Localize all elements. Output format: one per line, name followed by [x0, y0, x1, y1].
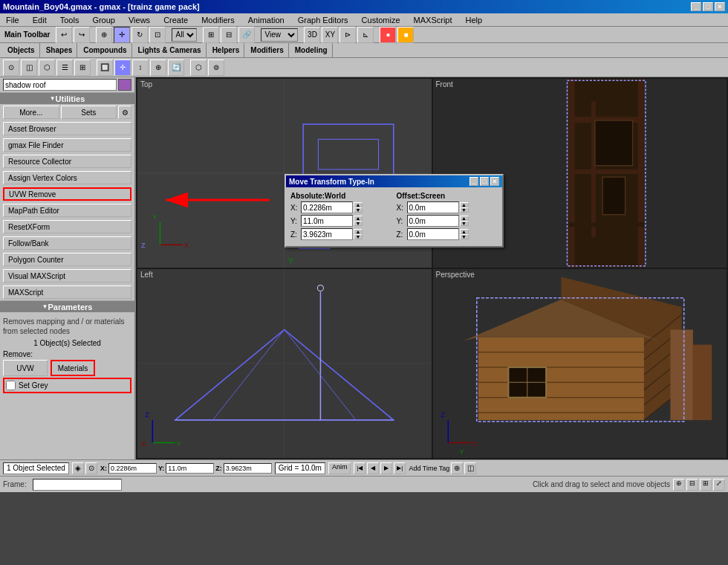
menu-views[interactable]: Views	[126, 16, 153, 25]
util-resetxform[interactable]: ResetXForm	[3, 220, 131, 233]
minimize-btn[interactable]: _	[691, 2, 701, 11]
maximize-btn[interactable]: □	[703, 2, 713, 11]
off-y-input[interactable]: 0.0m	[407, 215, 459, 227]
aux-icon1[interactable]: ⊙	[3, 59, 19, 76]
aux-icon5[interactable]: ⊞	[74, 59, 91, 76]
viewport-perspective[interactable]: Perspective	[433, 269, 727, 458]
off-x-input[interactable]: 0.0m	[407, 201, 459, 213]
time-tag-icon1[interactable]: ⊕	[451, 462, 463, 474]
aux-icon6[interactable]: 🔲	[97, 59, 113, 76]
off-z-spinner[interactable]: ▲ ▼	[460, 229, 469, 239]
z-coord-input[interactable]: 3.9623m	[224, 463, 272, 474]
abs-x-up[interactable]: ▲	[354, 202, 363, 207]
abs-z-spinner[interactable]: ▲ ▼	[354, 229, 363, 239]
util-uvw-remove[interactable]: UVW Remove	[3, 187, 131, 201]
tb-lights-cameras[interactable]: Lights & Cameras	[134, 43, 207, 57]
aux-icon7[interactable]: ✛	[114, 59, 131, 76]
tb-modeling[interactable]: Modeling	[290, 43, 333, 57]
off-x-spinner[interactable]: ▲ ▼	[460, 202, 469, 213]
dialog-minimize-btn[interactable]: _	[469, 177, 478, 186]
tb-icon-align[interactable]: ⊾	[357, 27, 374, 43]
view-btn1[interactable]: ⊕	[673, 479, 685, 491]
menu-edit[interactable]: Edit	[30, 16, 50, 25]
viewport-left[interactable]: Left Y	[137, 269, 432, 458]
menu-animation[interactable]: Animation	[245, 16, 287, 25]
abs-x-input[interactable]: 0.2286m	[301, 201, 353, 213]
menu-maxscript[interactable]: MAXScript	[411, 16, 455, 25]
view-btn4[interactable]: ⤢	[713, 479, 725, 491]
search-color-btn[interactable]	[118, 79, 131, 91]
abs-z-input[interactable]: 3.9623m	[301, 228, 353, 240]
menu-graph-editors[interactable]: Graph Editors	[295, 16, 351, 25]
view-dropdown[interactable]: View	[261, 28, 298, 42]
abs-z-up[interactable]: ▲	[354, 229, 363, 234]
off-z-input[interactable]: 0.0m	[407, 228, 459, 240]
aux-icon2[interactable]: ◫	[21, 59, 37, 76]
next-frame-btn[interactable]: ▶|	[394, 462, 406, 474]
abs-y-input[interactable]: 11.0m	[301, 215, 353, 227]
tb-icon-move[interactable]: ✛	[114, 27, 130, 43]
tb-icon-3d[interactable]: 3D	[304, 27, 320, 43]
menu-help[interactable]: Help	[463, 16, 486, 25]
util-asset-browser[interactable]: Asset Browser	[3, 122, 131, 135]
tb-helpers[interactable]: Helpers	[208, 43, 245, 57]
tb-compounds[interactable]: Compounds	[79, 43, 131, 57]
tb-icon-link[interactable]: ⊞	[203, 27, 219, 43]
tb-icon-unlink[interactable]: ⊟	[221, 27, 237, 43]
anim-btn[interactable]: Anim	[328, 462, 351, 474]
off-x-up[interactable]: ▲	[460, 202, 469, 207]
menu-customize[interactable]: Customize	[359, 16, 403, 25]
menu-group[interactable]: Group	[89, 16, 118, 25]
aux-icon12[interactable]: ⊚	[208, 59, 224, 76]
abs-x-down[interactable]: ▼	[354, 207, 363, 213]
view-btn3[interactable]: ⊞	[700, 479, 712, 491]
play-back-btn[interactable]: ◀	[367, 462, 379, 474]
off-y-down[interactable]: ▼	[460, 221, 469, 226]
parameters-header[interactable]: Parameters	[0, 300, 134, 312]
aux-icon11[interactable]: ⬡	[190, 59, 207, 76]
tb-icon-rotate[interactable]: ↻	[131, 27, 148, 43]
off-z-down[interactable]: ▼	[460, 234, 469, 239]
x-coord-input[interactable]: 0.2286m	[108, 463, 157, 474]
aux-icon4[interactable]: ☰	[56, 59, 73, 76]
tb-objects[interactable]: Objects	[3, 43, 40, 57]
off-y-spinner[interactable]: ▲ ▼	[460, 216, 469, 226]
aux-icon8[interactable]: ↕	[132, 59, 149, 76]
tb-icon-render[interactable]: ●	[380, 27, 396, 43]
y-coord-input[interactable]: 11.0m	[166, 463, 214, 474]
status-icon1[interactable]: ◈	[72, 462, 84, 474]
menu-tools[interactable]: Tools	[57, 16, 82, 25]
tb-icon-undo[interactable]: ↩	[56, 27, 72, 43]
tb-shapes[interactable]: Shapes	[42, 43, 78, 57]
tb-icon-bind[interactable]: 🔗	[238, 27, 255, 43]
aux-icon9[interactable]: ⊕	[150, 59, 166, 76]
tb-icon-render2[interactable]: ■	[397, 27, 414, 43]
aux-icon10[interactable]: 🔄	[168, 59, 184, 76]
menu-create[interactable]: Create	[160, 16, 191, 25]
off-y-up[interactable]: ▲	[460, 216, 469, 221]
uvw-btn[interactable]: UVW	[3, 360, 48, 376]
abs-y-spinner[interactable]: ▲ ▼	[354, 216, 363, 226]
play-btn[interactable]: ▶	[380, 462, 392, 474]
abs-z-down[interactable]: ▼	[354, 234, 363, 239]
utilities-header[interactable]: Utilities	[0, 92, 134, 104]
view-btn2[interactable]: ⊟	[686, 479, 698, 491]
tb-icon-mirror[interactable]: ⊳	[339, 27, 356, 43]
util-visual-maxscript[interactable]: Visual MAXScript	[3, 269, 131, 282]
util-maxscript[interactable]: MAXScript	[3, 285, 131, 299]
util-file-finder[interactable]: gmax File Finder	[3, 138, 131, 152]
dialog-max-btn[interactable]: □	[480, 177, 489, 186]
tb-icon-select[interactable]: ⊕	[96, 27, 112, 43]
util-mappath[interactable]: MapPath Editor	[3, 204, 131, 217]
select-dropdown[interactable]: All	[172, 28, 197, 42]
prev-frame-btn[interactable]: |◀	[354, 462, 365, 474]
aux-icon3[interactable]: ⬡	[39, 59, 55, 76]
off-x-down[interactable]: ▼	[460, 207, 469, 213]
dialog-close-btn[interactable]: ×	[490, 177, 499, 186]
close-btn[interactable]: ×	[715, 2, 725, 11]
util-resource-collector[interactable]: Resource Collector	[3, 155, 131, 168]
util-vertex-colors[interactable]: Assign Vertex Colors	[3, 171, 131, 184]
menu-modifiers[interactable]: Modifiers	[198, 16, 238, 25]
search-input[interactable]: shadow roof	[3, 79, 117, 91]
config-icon[interactable]: ⚙	[118, 106, 131, 119]
